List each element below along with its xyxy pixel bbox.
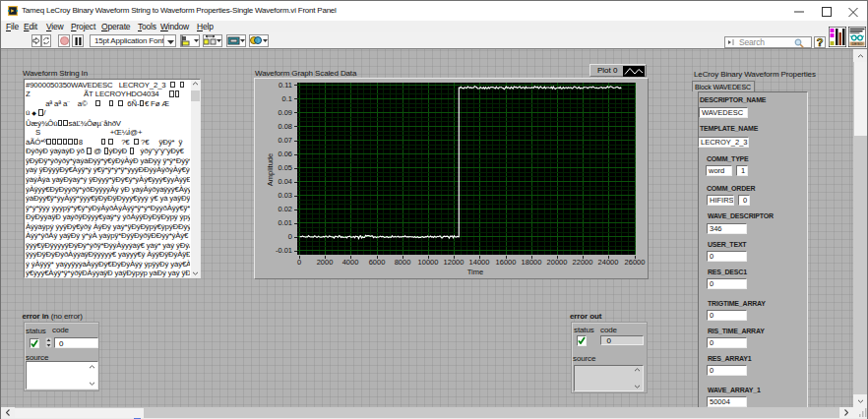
- svg-text:DESO: DESO: [851, 42, 862, 46]
